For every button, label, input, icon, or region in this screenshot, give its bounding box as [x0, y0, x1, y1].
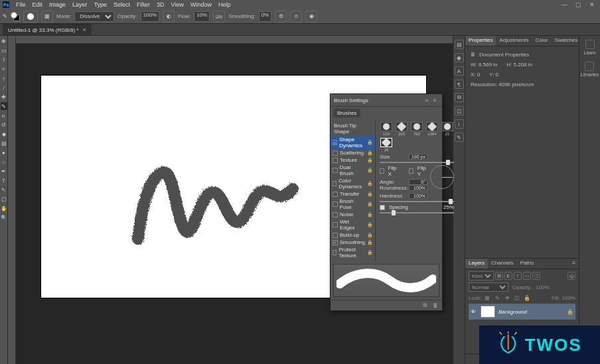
menu-type[interactable]: Type: [94, 1, 108, 8]
move-tool[interactable]: ✥: [1, 37, 7, 45]
learn-panel-button[interactable]: Learn: [584, 40, 596, 55]
healing-tool[interactable]: ✚: [1, 93, 7, 101]
menu-help[interactable]: Help: [218, 1, 231, 8]
character-panel-icon[interactable]: A: [455, 66, 464, 76]
zoom-tool[interactable]: 🔍: [1, 213, 7, 221]
marquee-tool[interactable]: ▭: [1, 46, 7, 54]
new-brush-icon[interactable]: ⊞: [423, 302, 427, 308]
brush-option-dual-brush[interactable]: Dual Brush🔒: [331, 164, 375, 177]
history-brush-tool[interactable]: ↺: [1, 121, 7, 129]
layer-filter-kind[interactable]: Kind: [469, 271, 494, 280]
brush-option-brush-pose[interactable]: Brush Pose🔒: [331, 198, 375, 211]
spacing-value[interactable]: 25%: [443, 204, 454, 210]
opacity-pressure-icon[interactable]: ◐: [163, 11, 175, 23]
gradient-tool[interactable]: ▤: [1, 139, 7, 147]
collapse-icon[interactable]: »: [423, 96, 431, 104]
checkbox-icon[interactable]: [333, 168, 338, 173]
lock-icon[interactable]: 🔒: [367, 151, 373, 156]
dodge-tool[interactable]: ○: [1, 158, 7, 166]
brush-tip-28[interactable]: 28: [380, 138, 393, 152]
type-tool[interactable]: T: [1, 176, 7, 184]
layers-panel-menu-icon[interactable]: ≡: [569, 259, 579, 269]
libraries-panel-button[interactable]: Libraries: [581, 62, 599, 77]
layer-thumbnail[interactable]: [481, 306, 495, 318]
angle-value[interactable]: 0°: [409, 179, 427, 185]
lock-icon[interactable]: 🔒: [367, 202, 373, 207]
document-tab[interactable]: Untitled-1 @ 33.3% (RGB/8) * ×: [3, 24, 92, 35]
panel-menu-icon[interactable]: ≡: [431, 96, 439, 104]
paragraph-panel-icon[interactable]: ¶: [455, 80, 464, 89]
spacing-slider[interactable]: [380, 212, 454, 213]
pressure-size-icon[interactable]: ◉: [305, 11, 317, 23]
lock-icon[interactable]: 🔒: [367, 158, 373, 163]
opacity-field[interactable]: 100%: [141, 11, 159, 22]
tab-channels[interactable]: Channels: [488, 259, 517, 269]
path-select-tool[interactable]: ↖: [1, 186, 7, 194]
lock-icon[interactable]: 🔒: [367, 222, 373, 227]
pen-tool[interactable]: ✒: [1, 167, 7, 175]
close-icon[interactable]: ×: [82, 27, 86, 33]
angle-control[interactable]: [430, 165, 454, 189]
brush-option-smoothing[interactable]: Smoothing🔒: [331, 239, 375, 246]
tab-layers[interactable]: Layers: [465, 259, 488, 269]
lock-icon[interactable]: 🔒: [367, 240, 373, 245]
menu-layer[interactable]: Layer: [72, 1, 88, 8]
menu-3d[interactable]: 3D: [157, 1, 165, 8]
lock-all-icon[interactable]: 🔒: [523, 294, 531, 302]
color-panel-icon[interactable]: ◉: [455, 53, 464, 62]
lock-icon[interactable]: 🔒: [367, 192, 373, 197]
size-value[interactable]: 190 px: [409, 154, 427, 160]
brush-option-color-dynamics[interactable]: Color Dynamics🔒: [331, 177, 375, 190]
x-value[interactable]: 0: [477, 72, 480, 78]
brush-tip-225[interactable]: 225: [395, 122, 408, 136]
checkbox-icon[interactable]: [333, 192, 338, 197]
brush-option-scattering[interactable]: Scattering🔒: [331, 149, 375, 156]
layer-row[interactable]: 👁 Background 🔒: [469, 304, 575, 320]
checkbox-icon[interactable]: [333, 202, 338, 207]
window-minimize-button[interactable]: —: [562, 1, 567, 8]
lock-artboard-icon[interactable]: ◫: [513, 294, 521, 302]
lock-icon[interactable]: 🔒: [367, 212, 373, 217]
symmetry-icon[interactable]: ⎋: [290, 11, 302, 23]
lock-icon[interactable]: 🔒: [367, 168, 373, 173]
clone-panel-icon[interactable]: ⧉: [455, 93, 464, 102]
tab-paths[interactable]: Paths: [517, 259, 537, 269]
w-value[interactable]: 8.569 in: [479, 62, 497, 68]
brush-option-texture[interactable]: Texture🔒: [331, 156, 375, 164]
flip-y-checkbox[interactable]: [409, 168, 413, 174]
hardness-value[interactable]: 100%: [409, 193, 427, 199]
lock-icon[interactable]: 🔒: [367, 181, 373, 186]
airbrush-icon[interactable]: ௸: [213, 11, 225, 23]
y-value[interactable]: 0: [496, 72, 498, 78]
roundness-value[interactable]: 100%: [409, 185, 427, 191]
lasso-tool[interactable]: ⌇: [1, 56, 7, 64]
filter-type-icon[interactable]: T: [514, 272, 522, 280]
layer-name[interactable]: Background: [498, 309, 527, 315]
lock-position-icon[interactable]: ✥: [503, 294, 511, 302]
delete-brush-icon[interactable]: 🗑: [433, 302, 438, 308]
color-swatches[interactable]: [11, 12, 20, 21]
brush-option-noise[interactable]: Noise🔒: [331, 211, 375, 218]
filter-toggle-icon[interactable]: ⏻: [567, 272, 575, 280]
fill-value[interactable]: 100%: [562, 295, 575, 301]
brush-option-wet-edges[interactable]: Wet Edges🔒: [331, 218, 375, 231]
checkbox-icon[interactable]: [333, 240, 338, 245]
menu-window[interactable]: Window: [190, 1, 212, 8]
resolution-value[interactable]: Resolution: 4096 pixels/cm: [471, 82, 573, 88]
brush-option-build-up[interactable]: Build-up🔒: [331, 231, 375, 239]
lock-icon[interactable]: 🔒: [367, 140, 373, 145]
brush-tip-765[interactable]: 765: [410, 122, 423, 136]
window-close-button[interactable]: ✕: [589, 1, 595, 8]
blur-tool[interactable]: ●: [1, 149, 7, 156]
menu-view[interactable]: View: [171, 1, 184, 8]
tab-adjustments[interactable]: Adjustments: [496, 36, 532, 46]
tab-swatches[interactable]: Swatches: [552, 36, 581, 46]
checkbox-icon[interactable]: [333, 233, 338, 238]
hand-tool[interactable]: ✋: [1, 204, 7, 212]
filter-pixel-icon[interactable]: ▦: [495, 272, 503, 280]
brush-tip-shape-button[interactable]: Brush Tip Shape: [331, 121, 375, 136]
checkbox-icon[interactable]: [333, 250, 337, 255]
tab-properties[interactable]: Properties: [465, 36, 496, 46]
layer-blend-mode[interactable]: Normal: [469, 282, 508, 292]
menu-edit[interactable]: Edit: [33, 1, 43, 8]
